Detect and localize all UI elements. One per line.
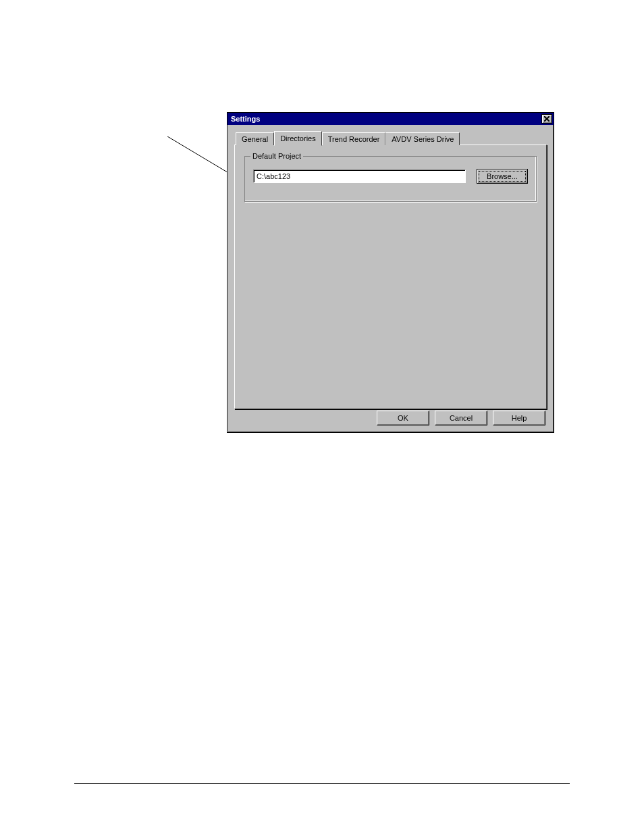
tab-avdv-series-drive[interactable]: AVDV Series Drive <box>385 132 460 145</box>
settings-dialog: Settings General Directories Trend Recor… <box>227 112 554 433</box>
browse-button[interactable]: Browse... <box>477 169 528 184</box>
ok-button[interactable]: OK <box>377 411 429 425</box>
tab-general[interactable]: General <box>236 132 274 145</box>
dialog-body: General Directories Trend Recorder AVDV … <box>227 125 554 432</box>
help-button[interactable]: Help <box>493 411 545 425</box>
default-project-group: Default Project Browse... <box>244 156 537 202</box>
dialog-button-row: OK Cancel Help <box>377 411 545 425</box>
titlebar: Settings <box>227 113 554 125</box>
page-divider <box>74 783 570 784</box>
close-icon <box>544 116 549 122</box>
close-button[interactable] <box>541 114 552 124</box>
dialog-title: Settings <box>229 115 260 123</box>
tab-trend-recorder[interactable]: Trend Recorder <box>322 132 386 145</box>
group-label: Default Project <box>250 152 303 160</box>
tab-directories[interactable]: Directories <box>274 131 322 146</box>
tab-panel-directories: Default Project Browse... <box>234 145 547 409</box>
default-project-path-input[interactable] <box>253 170 466 183</box>
cancel-button[interactable]: Cancel <box>435 411 487 425</box>
path-row: Browse... <box>253 169 528 184</box>
tabstrip: General Directories Trend Recorder AVDV … <box>236 130 547 145</box>
